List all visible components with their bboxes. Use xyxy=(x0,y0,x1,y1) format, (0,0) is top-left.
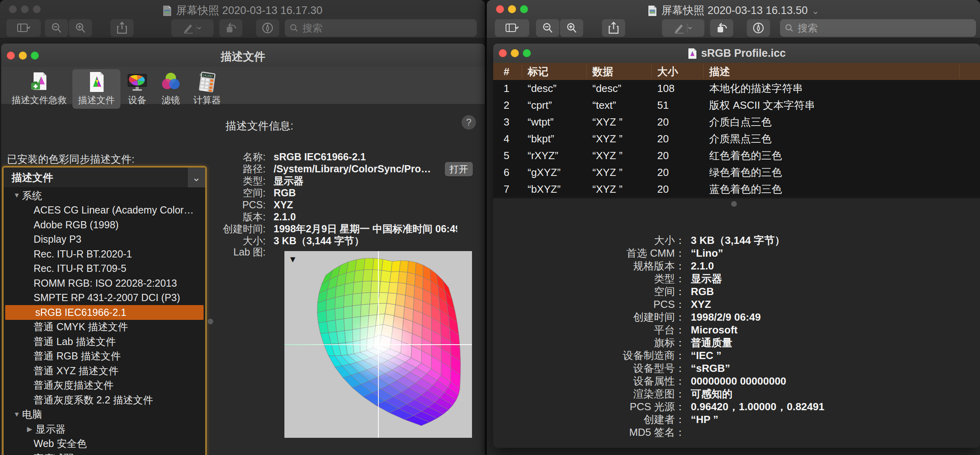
field-label: PCS: xyxy=(153,199,266,211)
rotate-left-button[interactable] xyxy=(219,19,242,37)
document-icon xyxy=(648,5,657,16)
zoom-in-button[interactable] xyxy=(560,19,583,37)
table-row[interactable]: 2“cprt”“text”51版权 ASCII 文本字符串 xyxy=(493,97,980,114)
column-header[interactable]: # xyxy=(493,65,522,78)
list-item[interactable]: 普通 CMYK 描述文件 xyxy=(4,320,205,335)
list-item[interactable]: 普通 Lab 描述文件 xyxy=(4,334,205,349)
disclosure-closed-icon[interactable]: ▶ xyxy=(24,425,35,433)
field-value: 显示器 xyxy=(274,175,304,187)
column-header[interactable]: 大小 xyxy=(652,65,704,78)
list-item[interactable]: SMPTE RP 431-2-2007 DCI (P3) xyxy=(4,291,205,305)
zoom-in-button[interactable] xyxy=(69,19,92,37)
list-item-label: sRGB IEC61966-2.1 xyxy=(35,307,126,318)
list-item-label: 电脑 xyxy=(22,408,42,421)
detail-row: 大小：3 KB（3,144 字节） xyxy=(525,234,965,247)
table-cell: 20 xyxy=(652,166,704,179)
rotate-left-button[interactable] xyxy=(710,19,733,37)
detail-label: 空间： xyxy=(525,285,685,298)
zoom-out-button[interactable] xyxy=(45,19,68,37)
detail-row: 设备制造商：“IEC ” xyxy=(525,349,965,362)
table-cell: 5 xyxy=(493,150,522,162)
list-item-label: Rec. ITU-R BT.2020-1 xyxy=(34,248,132,260)
colorsync-toolbar: 描述文件急救描述文件设备滤镜3.141592计算器 xyxy=(1,67,485,104)
field-value: 2.1.0 xyxy=(274,211,296,223)
table-cell: “cprt” xyxy=(522,99,587,112)
list-item-label: Adobe RGB (1998) xyxy=(34,219,119,231)
zoom-out-button[interactable] xyxy=(536,19,559,37)
table-cell: 版权 ASCII 文本字符串 xyxy=(704,98,960,112)
toolbar-item-profile-first-aid[interactable]: 描述文件急救 xyxy=(6,69,72,109)
table-row[interactable]: 7“bXYZ”“XYZ ”20蓝色着色的三色 xyxy=(493,181,980,198)
profile-first-aid-icon xyxy=(28,71,50,93)
share-button[interactable] xyxy=(602,19,625,37)
pane-splitter-handle[interactable] xyxy=(208,319,213,324)
detail-row: 空间：RGB xyxy=(525,285,965,298)
table-row[interactable]: 5“rXYZ”“XYZ ”20红色着色的三色 xyxy=(493,147,980,164)
table-cell: “gXYZ” xyxy=(522,166,587,179)
column-header[interactable]: 描述 xyxy=(704,65,960,78)
list-item[interactable]: 普通灰度描述文件 xyxy=(4,378,205,393)
search-field[interactable] xyxy=(285,19,477,37)
list-item[interactable]: Web 安全色 xyxy=(4,437,205,451)
detail-value: 0.96420，1.00000，0.82491 xyxy=(691,400,824,413)
toolbar-item-profiles[interactable]: 描述文件 xyxy=(72,69,120,109)
pane-splitter-handle[interactable] xyxy=(731,201,737,207)
search-icon xyxy=(785,23,794,33)
table-header-row[interactable]: #标记数据大小描述 xyxy=(493,63,980,80)
open-button[interactable]: 打开 xyxy=(445,162,473,176)
detail-row: 设备型号：“sRGB” xyxy=(525,362,965,375)
lab-gamut-plot: ▼ xyxy=(284,251,472,438)
column-header[interactable]: 标记 xyxy=(522,65,587,78)
list-item[interactable]: ▶显示器 xyxy=(4,422,205,437)
list-item[interactable]: ROMM RGB: ISO 22028-2:2013 xyxy=(4,276,205,291)
profiles-icon xyxy=(85,71,108,93)
window-title: 屏幕快照 2020-03-13 16.17.30 xyxy=(0,3,485,18)
table-row[interactable]: 4“bkpt”“XYZ ”20介质黑点三色 xyxy=(493,130,980,147)
icc-profile-window: sRGB Profile.icc #标记数据大小描述 1“desc”“desc”… xyxy=(493,44,980,448)
table-cell: 介质白点三色 xyxy=(704,115,960,129)
toolbar-item-filters[interactable]: 滤镜 xyxy=(154,69,188,109)
sidebar-toggle-button[interactable] xyxy=(495,19,529,37)
markup-pencil-button[interactable] xyxy=(662,19,704,37)
detail-value: 可感知的 xyxy=(691,387,732,400)
proxy-chevron-icon[interactable]: ⌄ xyxy=(812,6,819,16)
search-field[interactable] xyxy=(780,19,976,37)
field-label: 创建时间: xyxy=(153,223,266,235)
table-cell: “desc” xyxy=(522,82,587,95)
toolbar-item-devices[interactable]: 设备 xyxy=(120,69,154,109)
disclosure-open-icon[interactable]: ▼ xyxy=(12,192,22,200)
list-item[interactable]: 普通 RGB 描述文件 xyxy=(4,349,205,364)
table-cell: 红色着色的三色 xyxy=(704,149,960,163)
search-input[interactable] xyxy=(797,22,971,34)
list-item[interactable]: 普通灰度系数 2.2 描述文件 xyxy=(4,393,205,407)
detail-value: 1998/2/9 06:49 xyxy=(691,311,761,323)
list-item[interactable]: 亮度减弱 xyxy=(4,451,205,455)
detail-label: PCS： xyxy=(525,298,685,311)
markup-toolbar-button[interactable] xyxy=(747,19,770,37)
table-row[interactable]: 3“wtpt”“XYZ ”20介质白点三色 xyxy=(493,114,980,130)
info-field-row: 类型:显示器 xyxy=(153,175,457,187)
search-input[interactable] xyxy=(302,22,472,34)
detail-label: MD5 签名： xyxy=(525,426,685,439)
list-item-label: Display P3 xyxy=(34,233,82,245)
field-label: 版本: xyxy=(153,211,266,223)
list-item[interactable]: ▼电脑 xyxy=(4,407,205,422)
detail-row: 旗标：普通质量 xyxy=(525,336,965,349)
sidebar-toggle-button[interactable] xyxy=(6,19,41,37)
field-value: 3 KB（3,144 字节） xyxy=(274,235,364,247)
share-button[interactable] xyxy=(110,19,134,37)
table-row[interactable]: 1“desc”“desc”108本地化的描述字符串 xyxy=(493,80,980,97)
list-item-label: 系统 xyxy=(22,189,42,202)
table-row[interactable]: 6“gXYZ”“XYZ ”20绿色着色的三色 xyxy=(493,164,980,181)
list-item[interactable]: 普通 XYZ 描述文件 xyxy=(4,363,205,378)
markup-toolbar-button[interactable] xyxy=(256,19,279,37)
help-button[interactable]: ? xyxy=(462,115,476,130)
list-item[interactable]: sRGB IEC61966-2.1 xyxy=(5,305,204,320)
toolbar-item-calculator[interactable]: 3.141592计算器 xyxy=(188,69,226,109)
plot-disclosure-icon[interactable]: ▼ xyxy=(288,254,297,265)
markup-pencil-button[interactable] xyxy=(171,19,214,37)
disclosure-open-icon[interactable]: ▼ xyxy=(12,411,22,419)
list-item-label: SMPTE RP 431-2-2007 DCI (P3) xyxy=(34,292,180,303)
list-item[interactable]: Rec. ITU-R BT.709-5 xyxy=(4,261,205,276)
column-header[interactable]: 数据 xyxy=(587,65,652,78)
